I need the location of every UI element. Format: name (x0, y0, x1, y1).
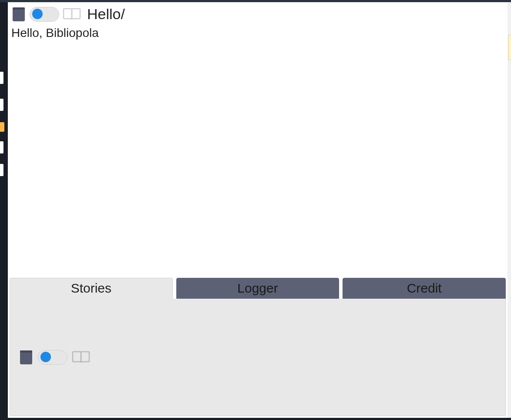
view-toggle[interactable] (30, 7, 59, 22)
book-closed-icon[interactable] (11, 7, 26, 22)
stories-panel-body (10, 299, 506, 416)
left-stub (0, 99, 3, 111)
left-stub (0, 141, 3, 153)
page-subtitle: Hello, Bibliopola (8, 24, 508, 43)
content-area (8, 43, 508, 276)
book-open-icon[interactable] (72, 351, 90, 364)
tab-logger[interactable]: Logger (176, 278, 340, 299)
left-gutter (0, 2, 8, 418)
left-stub-highlight (0, 122, 4, 132)
app-frame: Hello/ Hello, Bibliopola Stories Logger … (8, 2, 508, 418)
breadcrumb[interactable]: Hello/ (87, 6, 125, 23)
left-stub (0, 72, 3, 84)
tab-credit[interactable]: Credit (343, 278, 506, 299)
book-open-icon[interactable] (63, 8, 81, 21)
tab-stories[interactable]: Stories (10, 278, 173, 299)
tabs-row: Stories Logger Credit (10, 278, 506, 299)
svg-rect-1 (13, 7, 25, 10)
right-stub-highlight (508, 35, 511, 60)
story-toggle[interactable] (38, 350, 67, 365)
svg-rect-3 (20, 350, 32, 353)
toggle-knob (32, 9, 43, 19)
story-controls (19, 350, 90, 365)
toggle-knob (40, 352, 51, 362)
book-closed-icon[interactable] (19, 350, 34, 365)
bottom-panel: Stories Logger Credit (10, 278, 506, 416)
right-gutter (508, 2, 511, 418)
left-stub (0, 164, 3, 176)
header-bar: Hello/ (8, 2, 508, 24)
